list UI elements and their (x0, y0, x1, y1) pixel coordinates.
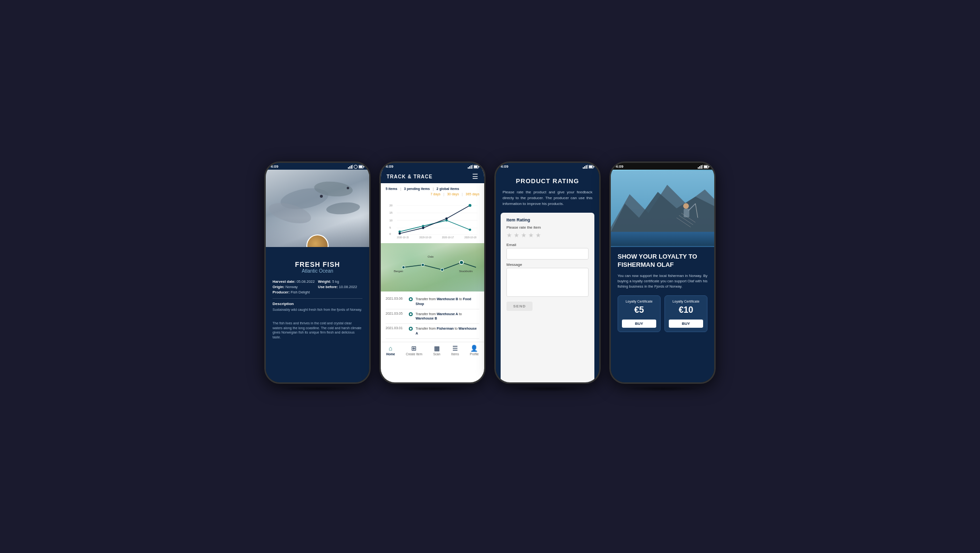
svg-point-35 (402, 266, 405, 269)
phone4-wrapper: 4:09 (609, 161, 716, 392)
star-4[interactable]: ★ (528, 232, 534, 239)
svg-point-38 (460, 261, 463, 264)
svg-rect-2 (363, 166, 364, 167)
buy-button-5[interactable]: BUY (622, 320, 656, 328)
profile-icon: 👤 (470, 345, 478, 352)
star-1[interactable]: ★ (506, 232, 512, 239)
phone4-time: 4:09 (616, 164, 623, 169)
phone1-time: 4:09 (271, 164, 278, 169)
svg-point-7 (320, 195, 323, 198)
nav-home[interactable]: ⌂ Home (386, 345, 395, 356)
star-5[interactable]: ★ (535, 232, 541, 239)
svg-rect-1 (359, 166, 362, 168)
svg-text:15: 15 (389, 211, 392, 214)
svg-text:Stockholm: Stockholm (459, 270, 473, 273)
chart-area: 20 15 10 5 0 2020-10-15 (386, 198, 479, 241)
phone3-status-icons (583, 165, 594, 169)
track-header: TRACK & TRACE ☰ (381, 170, 484, 183)
phone1-screen: FRESH FISH Atlantic Ocean Harvest date: … (266, 170, 369, 382)
phone3-wrapper: 4:09 PRODUCT RATING Please rate the prod… (494, 161, 601, 392)
star-2[interactable]: ★ (514, 232, 519, 239)
svg-rect-43 (589, 166, 592, 168)
transfer-dot-3 (409, 327, 413, 331)
star-3[interactable]: ★ (521, 232, 527, 239)
transfer-date-2: 2021.03.05 (386, 312, 406, 315)
svg-text:0: 0 (389, 233, 391, 235)
filter-7days[interactable]: 7 days (431, 192, 441, 196)
description-title: Description (273, 302, 362, 306)
description-text2: The fish lives and thrives in the cold a… (273, 321, 362, 340)
transfer-item-1: 2021.03.06 Transfer from Warehouse B to … (386, 294, 479, 309)
svg-rect-53 (684, 209, 690, 218)
loyalty-cards: Loyalty Certificate €5 BUY Loyalty Certi… (618, 295, 707, 332)
transfer-dot-2 (409, 312, 413, 316)
svg-point-32 (422, 227, 424, 229)
transfer-date-3: 2021.03.01 (386, 326, 406, 330)
phones-container: 4:09 (264, 161, 716, 392)
nav-items[interactable]: ☰ Items (451, 345, 459, 356)
phone1: 4:09 (264, 161, 371, 384)
global-stat: 2 global items (436, 187, 459, 190)
nav-scan[interactable]: ▦ Scan (433, 345, 440, 356)
items-icon: ☰ (452, 345, 458, 352)
description-text1: Sustainably wild caught fresh fish from … (273, 307, 362, 312)
loyalty-card-10: Loyalty Certificate €10 BUY (664, 295, 707, 332)
nav-items-label: Items (451, 352, 459, 356)
svg-text:2020-10-15: 2020-10-15 (397, 236, 409, 239)
nav-profile-label: Profile (470, 352, 478, 356)
hamburger-icon[interactable]: ☰ (472, 173, 478, 180)
cert-price-10: €10 (669, 305, 703, 315)
time-filters: 7 days | 30 days | 365 days (386, 192, 479, 196)
phone2-navbar: ⌂ Home ⊞ Create Item ▦ Scan ☰ Items (381, 342, 484, 357)
nav-create-item[interactable]: ⊞ Create Item (406, 345, 422, 356)
filter-30days[interactable]: 30 days (447, 192, 459, 196)
rating-card-title: Item Rating (506, 218, 589, 222)
svg-text:Oslo: Oslo (428, 255, 434, 258)
phone3-status-bar: 4:09 (496, 163, 599, 170)
map-route-svg: Oslo Bergen Stockholm (381, 243, 484, 291)
phone4-screen: SHOW YOUR LOYALTY TO FISHERMAN OLAF You … (611, 170, 714, 382)
phone1-wrapper: 4:09 (264, 161, 371, 392)
nav-profile[interactable]: 👤 Profile (470, 345, 478, 356)
chart-svg: 20 15 10 5 0 2020-10-15 (386, 198, 479, 241)
product-name: FRESH FISH (273, 261, 362, 268)
email-input[interactable] (506, 248, 589, 260)
fisherman-image (611, 170, 714, 247)
send-button[interactable]: SEND (506, 302, 533, 311)
email-label: Email (506, 243, 589, 247)
phone1-content: FRESH FISH Atlantic Ocean Harvest date: … (266, 247, 369, 382)
svg-point-6 (326, 201, 360, 216)
buy-button-10[interactable]: BUY (669, 320, 703, 328)
cert-label-5: Loyalty Certificate (622, 300, 656, 303)
svg-rect-47 (708, 166, 709, 167)
cert-price-5: €5 (622, 305, 656, 315)
map-section: Oslo Bergen Stockholm (381, 243, 484, 291)
svg-point-8 (347, 187, 349, 189)
phone2: 4:09 TRACK & TRACE ☰ 5 items | 3 pending… (379, 161, 486, 384)
phone3-shadow (509, 386, 586, 392)
svg-text:2020-10-17: 2020-10-17 (442, 236, 454, 239)
phone1-shadow (279, 386, 356, 392)
message-textarea[interactable] (506, 268, 589, 297)
svg-point-34 (469, 204, 472, 207)
fisherman-scene-svg (611, 170, 714, 247)
cert-label-10: Loyalty Certificate (669, 300, 703, 303)
filter-365days[interactable]: 365 days (466, 192, 479, 196)
phone2-status-icons (468, 165, 479, 169)
avatar-inner (307, 235, 328, 247)
message-label: Message (506, 262, 589, 267)
rate-label: Please rate the item (506, 225, 589, 230)
use-before: Use before: 10.08.2022 (318, 285, 362, 289)
phone2-wrapper: 4:09 TRACK & TRACE ☰ 5 items | 3 pending… (379, 161, 486, 392)
harvest-date: Harvest date: 05.08.2022 (273, 279, 317, 284)
svg-text:5: 5 (389, 226, 391, 229)
svg-text:Bergen: Bergen (394, 270, 403, 273)
weight: Weight: 5 kg (318, 279, 362, 284)
svg-point-33 (446, 218, 448, 220)
rating-card: Item Rating Please rate the item ★ ★ ★ ★… (501, 213, 594, 382)
phone2-status-bar: 4:09 (381, 163, 484, 170)
transfer-text-2: Transfer from Warehouse A to Warehouse B (416, 312, 479, 321)
loyalty-description: You can now support the local fisherman … (618, 273, 707, 290)
phone4: 4:09 (609, 161, 716, 384)
transfer-text-1: Transfer from Warehouse B to Food Shop (416, 297, 479, 306)
